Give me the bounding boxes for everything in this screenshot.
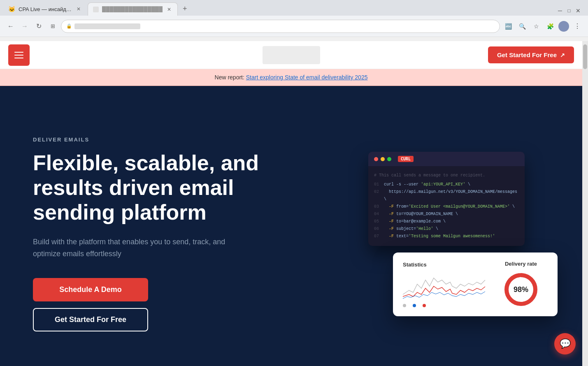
hamburger-icon xyxy=(14,52,23,58)
hero-title: Flexible, scalable, and results driven e… xyxy=(33,151,272,225)
hero-section: DELIVER EMAILS Flexible, scalable, and r… xyxy=(0,86,582,366)
nav-cta-button[interactable]: Get Started For Free ↗ xyxy=(488,46,574,63)
tab1-close[interactable]: ✕ xyxy=(75,6,82,12)
hero-visuals: CURL # This call sends a message to one … xyxy=(368,152,558,316)
stats-card-content: Statistics xyxy=(403,261,548,308)
hero-content: DELIVER EMAILS Flexible, scalable, and r… xyxy=(33,137,272,331)
tab2-close[interactable]: ✕ xyxy=(166,6,172,13)
code-line-4: 04 -F to=YOU@YOUR_DOMAIN_NAME \ xyxy=(374,211,519,218)
code-card: CURL # This call sends a message to one … xyxy=(368,152,525,246)
browser-tab-2[interactable]: ████████████████ ✕ xyxy=(88,2,178,16)
stats-card: Statistics xyxy=(393,252,558,316)
announcement-banner: New report: Start exploring State of ema… xyxy=(0,69,582,86)
code-comment: # This call sends a message to one recip… xyxy=(374,172,519,179)
translate-icon[interactable]: 🔤 xyxy=(502,21,514,32)
zoom-icon[interactable]: 🔍 xyxy=(516,21,528,32)
get-started-button[interactable]: Get Started For Free xyxy=(33,308,148,331)
close-button[interactable]: ✕ xyxy=(575,7,581,14)
back-button[interactable]: ← xyxy=(5,21,16,32)
more-options-icon[interactable]: ⋮ xyxy=(572,21,583,32)
new-tab-button[interactable]: + xyxy=(179,2,191,15)
browser-chrome: 🐱 CPA Live — инсайды рынка ✕ ███████████… xyxy=(0,0,588,37)
bookmark-icon[interactable]: ☆ xyxy=(530,21,542,32)
stats-right: Delivery rate 98% xyxy=(494,261,548,308)
code-line-7: 07 -F text='Testing some Mailgun awesome… xyxy=(374,233,519,240)
hamburger-menu-button[interactable] xyxy=(8,44,30,66)
tab1-title: CPA Live — инсайды рынка xyxy=(19,6,72,12)
address-bar[interactable]: 🔒 xyxy=(61,20,500,33)
code-line-6: 06 -F subject='Hello' \ xyxy=(374,225,519,233)
browser-tab-1[interactable]: 🐱 CPA Live — инсайды рынка ✕ xyxy=(3,2,87,16)
chart-legend xyxy=(403,304,486,307)
tab1-icon: 🐱 xyxy=(8,6,15,12)
nav-logo xyxy=(263,46,320,64)
browser-window-controls: ─ □ ✕ xyxy=(553,7,585,14)
stats-left: Statistics xyxy=(403,262,486,307)
donut-percent: 98% xyxy=(514,285,528,294)
home-button[interactable]: ⊞ xyxy=(47,21,58,32)
browser-tabs: 🐱 CPA Live — инсайды рынка ✕ ███████████… xyxy=(0,0,588,16)
extensions-icon[interactable]: 🧩 xyxy=(544,21,556,32)
window-dot-green xyxy=(387,157,391,161)
scrollbar[interactable] xyxy=(582,41,588,366)
code-line-3: 03 -F from='Excited User <mailgun@YOUR_D… xyxy=(374,203,519,211)
forward-button[interactable]: → xyxy=(19,21,30,32)
hero-buttons: Schedule A Demo Get Started For Free xyxy=(33,278,272,331)
statistics-label: Statistics xyxy=(403,262,486,268)
address-lock-icon: 🔒 xyxy=(66,23,72,29)
window-dot-yellow xyxy=(381,157,385,161)
profile-avatar[interactable] xyxy=(558,21,569,32)
refresh-button[interactable]: ↻ xyxy=(33,21,44,32)
window-dot-red xyxy=(374,157,378,161)
chat-button[interactable]: 💬 xyxy=(554,333,576,354)
maximize-button[interactable]: □ xyxy=(566,7,572,14)
minimize-button[interactable]: ─ xyxy=(557,7,563,14)
code-line-2: 02 https://api.mailgun.net/v3/YOUR_DOMAI… xyxy=(374,188,519,203)
browser-toolbar: ← → ↻ ⊞ 🔒 🔤 🔍 ☆ 🧩 ⋮ xyxy=(0,16,588,37)
external-link-icon: ↗ xyxy=(560,52,565,58)
delivery-rate-label: Delivery rate xyxy=(505,261,537,267)
banner-link[interactable]: Start exploring State of email deliverab… xyxy=(246,74,368,81)
curl-badge: CURL xyxy=(398,156,414,162)
scrollbar-thumb[interactable] xyxy=(583,44,587,69)
hero-subtitle: Build with the platform that enables you… xyxy=(33,236,230,260)
hero-label: DELIVER EMAILS xyxy=(33,137,272,143)
chat-icon: 💬 xyxy=(560,338,571,349)
statistics-chart xyxy=(403,272,485,301)
banner-prefix: New report: xyxy=(215,74,244,81)
navigation-bar: Get Started For Free ↗ xyxy=(0,41,582,69)
code-card-header: CURL xyxy=(368,152,525,166)
address-text xyxy=(74,23,140,29)
tab2-title: ████████████████ xyxy=(102,6,163,12)
website-content: Get Started For Free ↗ New report: Start… xyxy=(0,41,582,366)
donut-chart: 98% xyxy=(502,271,539,308)
code-body: # This call sends a message to one recip… xyxy=(368,166,525,246)
code-line-5: 05 -F to=bar@example.com \ xyxy=(374,218,519,225)
code-line-1: 01 curl -s --user 'api:YOUR_API_KEY' \ xyxy=(374,181,519,188)
schedule-demo-button[interactable]: Schedule A Demo xyxy=(33,278,148,301)
nav-cta-label: Get Started For Free xyxy=(497,51,557,58)
tab2-favicon xyxy=(93,7,99,12)
